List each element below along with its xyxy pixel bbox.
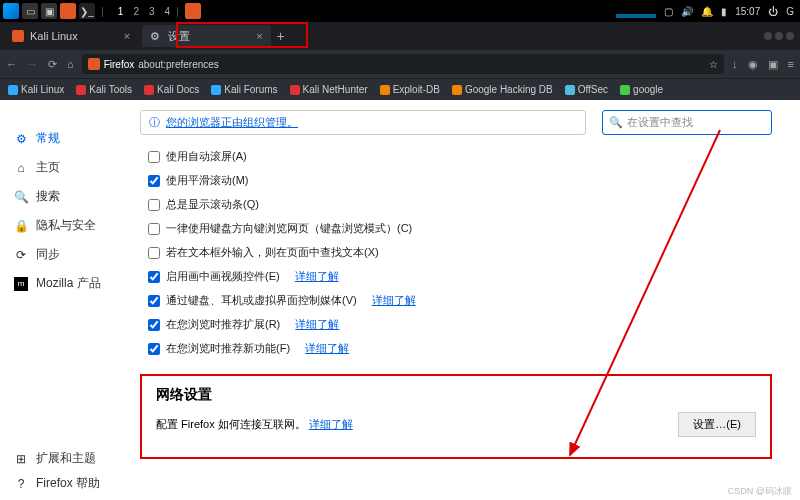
clock[interactable]: 15:07 xyxy=(735,6,760,17)
battery-icon[interactable]: ▮ xyxy=(721,6,727,17)
home-icon[interactable]: ⌂ xyxy=(67,58,74,71)
sync-icon: ⟳ xyxy=(14,248,28,262)
gear-icon: ⚙ xyxy=(150,30,162,42)
tab-label: 设置 xyxy=(168,29,190,44)
tray-box-icon[interactable]: ▢ xyxy=(664,6,673,17)
sidebar-item-sync[interactable]: ⟳同步 xyxy=(14,246,130,263)
back-icon[interactable]: ← xyxy=(6,58,17,71)
account-icon[interactable]: ◉ xyxy=(748,58,758,71)
section-title: 网络设置 xyxy=(156,386,756,404)
search-icon: 🔍 xyxy=(609,116,623,129)
check-recommend-feat[interactable]: 在您浏览时推荐新功能(F) 详细了解 xyxy=(148,341,772,356)
preferences-sidebar: ⚙常规 ⌂主页 🔍搜索 🔒隐私与安全 ⟳同步 mMozilla 产品 ⊞扩展和主… xyxy=(0,100,130,500)
sidebar-item-home[interactable]: ⌂主页 xyxy=(14,159,130,176)
cpu-graph-icon xyxy=(616,4,656,18)
reload-icon[interactable]: ⟳ xyxy=(48,58,57,71)
bookmark-item[interactable]: Kali Tools xyxy=(76,84,132,95)
learn-more-link[interactable]: 详细了解 xyxy=(372,293,416,308)
network-desc: 配置 Firefox 如何连接互联网。 xyxy=(156,418,306,430)
check-caret-browsing[interactable]: 一律使用键盘方向键浏览网页（键盘浏览模式）(C) xyxy=(148,221,772,236)
learn-more-link[interactable]: 详细了解 xyxy=(305,341,349,356)
url-prefix: Firefox xyxy=(104,59,135,70)
firefox-icon[interactable] xyxy=(60,3,76,19)
browser-navbar: ← → ⟳ ⌂ Firefox about:preferences ☆ ↓ ◉ … xyxy=(0,50,800,78)
power-icon[interactable]: ⏻ xyxy=(768,6,778,17)
sidebar-item-extensions[interactable]: ⊞扩展和主题 xyxy=(14,450,100,467)
network-settings-button[interactable]: 设置…(E) xyxy=(678,412,756,437)
check-recommend-ext[interactable]: 在您浏览时推荐扩展(R) 详细了解 xyxy=(148,317,772,332)
check-media-keys[interactable]: 通过键盘、耳机或虚拟界面控制媒体(V) 详细了解 xyxy=(148,293,772,308)
info-icon: ⓘ xyxy=(149,115,160,130)
org-managed-link[interactable]: 您的浏览器正由组织管理。 xyxy=(166,115,298,130)
browsing-options: 使用自动滚屏(A) 使用平滑滚动(M) 总是显示滚动条(Q) 一律使用键盘方向键… xyxy=(148,149,772,356)
watermark: CSDN @码冰眼 xyxy=(728,485,792,498)
check-autoscroll[interactable]: 使用自动滚屏(A) xyxy=(148,149,772,164)
bookmark-item[interactable]: Kali NetHunter xyxy=(290,84,368,95)
learn-more-link[interactable]: 详细了解 xyxy=(295,317,339,332)
preferences-page: ⚙常规 ⌂主页 🔍搜索 🔒隐私与安全 ⟳同步 mMozilla 产品 ⊞扩展和主… xyxy=(0,100,800,500)
org-managed-banner: ⓘ 您的浏览器正由组织管理。 xyxy=(140,110,586,135)
kali-menu-icon[interactable] xyxy=(3,3,19,19)
running-firefox-icon[interactable] xyxy=(185,3,201,19)
sidebar-item-general[interactable]: ⚙常规 xyxy=(14,130,130,147)
firefox-badge-icon xyxy=(88,58,100,70)
downloads-icon[interactable]: ↓ xyxy=(732,58,738,71)
tab-settings[interactable]: ⚙ 设置 × xyxy=(142,25,270,47)
bookmarks-bar: Kali Linux Kali Tools Kali Docs Kali For… xyxy=(0,78,800,100)
check-pip[interactable]: 启用画中画视频控件(E) 详细了解 xyxy=(148,269,772,284)
learn-more-link[interactable]: 详细了解 xyxy=(295,269,339,284)
sidebar-item-mozilla[interactable]: mMozilla 产品 xyxy=(14,275,130,292)
home-icon: ⌂ xyxy=(14,161,28,175)
mozilla-icon: m xyxy=(14,277,28,291)
tab-label: Kali Linux xyxy=(30,30,78,42)
close-icon[interactable]: × xyxy=(256,30,262,42)
lock-icon[interactable]: G xyxy=(786,6,794,17)
sidebar-item-privacy[interactable]: 🔒隐私与安全 xyxy=(14,217,130,234)
help-icon: ? xyxy=(14,477,28,491)
bookmark-item[interactable]: Kali Linux xyxy=(8,84,64,95)
url-bar[interactable]: Firefox about:preferences ☆ xyxy=(82,54,724,74)
new-tab-button[interactable]: + xyxy=(277,28,285,44)
tab-kali-linux[interactable]: Kali Linux × xyxy=(4,25,138,47)
sidebar-item-search[interactable]: 🔍搜索 xyxy=(14,188,130,205)
gear-icon: ⚙ xyxy=(14,132,28,146)
sidebar-item-help[interactable]: ?Firefox 帮助 xyxy=(14,475,100,492)
check-typeahead-find[interactable]: 若在文本框外输入，则在页面中查找文本(X) xyxy=(148,245,772,260)
system-taskbar: ▭ ▣ ❯_ | 1 2 3 4 | ▢ 🔊 🔔 ▮ 15:07 ⏻ G xyxy=(0,0,800,22)
bookmark-star-icon[interactable]: ☆ xyxy=(709,59,718,70)
puzzle-icon: ⊞ xyxy=(14,452,28,466)
window-controls[interactable] xyxy=(764,32,794,40)
search-placeholder: 在设置中查找 xyxy=(627,115,693,130)
bookmark-item[interactable]: OffSec xyxy=(565,84,608,95)
preferences-main: ⓘ 您的浏览器正由组织管理。 🔍 在设置中查找 使用自动滚屏(A) 使用平滑滚动… xyxy=(130,100,800,500)
url-path: about:preferences xyxy=(138,59,219,70)
browser-tabbar: Kali Linux × ⚙ 设置 × + xyxy=(0,22,800,50)
settings-search-input[interactable]: 🔍 在设置中查找 xyxy=(602,110,772,135)
volume-icon[interactable]: 🔊 xyxy=(681,6,693,17)
terminal-icon[interactable]: ❯_ xyxy=(79,3,95,19)
bookmark-item[interactable]: google xyxy=(620,84,663,95)
bookmark-item[interactable]: Exploit-DB xyxy=(380,84,440,95)
lock-icon: 🔒 xyxy=(14,219,28,233)
firefox-favicon-icon xyxy=(12,30,24,42)
extensions-icon[interactable]: ▣ xyxy=(768,58,778,71)
network-settings-section: 网络设置 配置 Firefox 如何连接互联网。 详细了解 设置…(E) xyxy=(140,374,772,459)
workspace-switcher[interactable]: 1 2 3 4 xyxy=(118,6,170,17)
bookmark-item[interactable]: Google Hacking DB xyxy=(452,84,553,95)
learn-more-link[interactable]: 详细了解 xyxy=(309,418,353,430)
bookmark-item[interactable]: Kali Docs xyxy=(144,84,199,95)
check-always-scrollbar[interactable]: 总是显示滚动条(Q) xyxy=(148,197,772,212)
menu-icon[interactable]: ≡ xyxy=(788,58,794,71)
folder-icon[interactable]: ▣ xyxy=(41,3,57,19)
files-icon[interactable]: ▭ xyxy=(22,3,38,19)
search-icon: 🔍 xyxy=(14,190,28,204)
bookmark-item[interactable]: Kali Forums xyxy=(211,84,277,95)
check-smooth-scroll[interactable]: 使用平滑滚动(M) xyxy=(148,173,772,188)
forward-icon: → xyxy=(27,58,38,71)
bell-icon[interactable]: 🔔 xyxy=(701,6,713,17)
close-icon[interactable]: × xyxy=(124,30,130,42)
